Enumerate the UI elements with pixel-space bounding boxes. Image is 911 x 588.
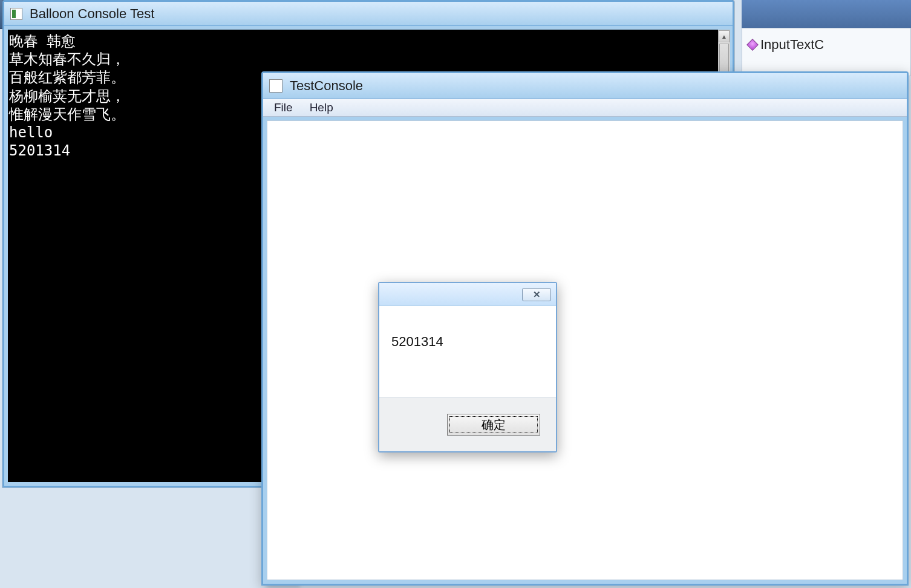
class-icon	[746, 39, 759, 51]
menu-help[interactable]: Help	[304, 100, 339, 116]
console-line: 晚春 韩愈	[9, 33, 76, 50]
message-box-body: 5201314	[379, 306, 556, 398]
console-line: 5201314	[9, 142, 70, 159]
app-icon	[269, 79, 282, 93]
message-box-close-button[interactable]: ✕	[522, 288, 551, 301]
console-line: 草木知春不久归，	[9, 51, 125, 68]
close-icon: ✕	[533, 289, 540, 300]
console-line: hello	[9, 124, 53, 141]
console-line: 惟解漫天作雪飞。	[9, 106, 125, 123]
right-panel-body: InputTextC	[742, 28, 911, 76]
balloon-console-titlebar[interactable]: Balloon Console Test	[4, 2, 733, 26]
console-line: 杨柳榆荚无才思，	[9, 88, 125, 105]
message-box-text: 5201314	[391, 334, 443, 349]
right-panel-item-label: InputTextC	[760, 37, 824, 53]
balloon-console-title: Balloon Console Test	[30, 6, 154, 22]
testconsole-menubar: File Help	[263, 99, 907, 117]
message-box-titlebar[interactable]: ✕	[379, 283, 556, 306]
console-icon	[10, 8, 22, 20]
testconsole-title: TestConsole	[290, 78, 363, 94]
right-panel-titlebar	[742, 0, 911, 28]
menu-file[interactable]: File	[268, 100, 299, 116]
testconsole-client-area	[267, 120, 903, 580]
testconsole-window: TestConsole File Help	[261, 71, 909, 586]
message-box: ✕ 5201314 确定	[378, 282, 557, 452]
console-line: 百般红紫都芳菲。	[9, 69, 125, 86]
message-box-ok-button[interactable]: 确定	[447, 414, 540, 436]
scroll-up-button[interactable]: ▲	[719, 30, 730, 42]
message-box-footer: 确定	[379, 398, 556, 451]
right-panel-item[interactable]: InputTextC	[748, 37, 904, 53]
testconsole-titlebar[interactable]: TestConsole	[263, 73, 907, 99]
